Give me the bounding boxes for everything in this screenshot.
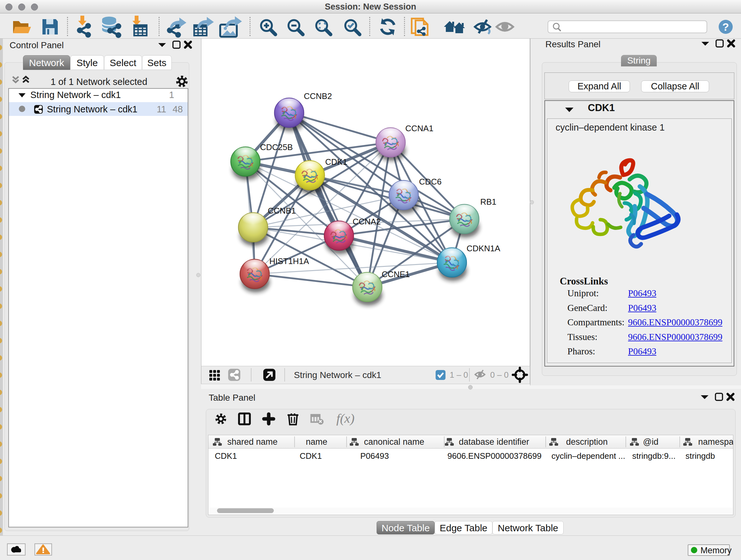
svg-text:HIST1H1A: HIST1H1A <box>269 256 309 266</box>
svg-text:CCNB1: CCNB1 <box>268 206 296 215</box>
svg-text:CCNB2: CCNB2 <box>304 91 332 101</box>
svg-text:database identifier: database identifier <box>459 437 529 447</box>
svg-text:canonical name: canonical name <box>364 437 424 447</box>
svg-text:1 – 0: 1 – 0 <box>450 370 468 380</box>
svg-text:@id: @id <box>643 437 658 447</box>
svg-text:description: description <box>566 437 608 447</box>
svg-text:CCNE1: CCNE1 <box>382 269 410 279</box>
svg-text:CCNA2: CCNA2 <box>353 217 381 226</box>
svg-text:name: name <box>306 437 327 447</box>
svg-text:CDKN1A: CDKN1A <box>467 244 500 253</box>
svg-text:0 – 0: 0 – 0 <box>490 370 509 380</box>
svg-text:CDK1: CDK1 <box>325 157 347 167</box>
svg-text:namespac: namespac <box>698 437 733 447</box>
svg-text:CCNA1: CCNA1 <box>405 124 433 133</box>
svg-text:shared name: shared name <box>227 437 278 447</box>
svg-text:RB1: RB1 <box>480 197 496 206</box>
svg-text:?: ? <box>723 21 729 33</box>
svg-text:CDC25B: CDC25B <box>260 142 293 152</box>
svg-text:String Network – cdk1: String Network – cdk1 <box>294 370 381 380</box>
svg-text:CDC6: CDC6 <box>419 177 442 186</box>
